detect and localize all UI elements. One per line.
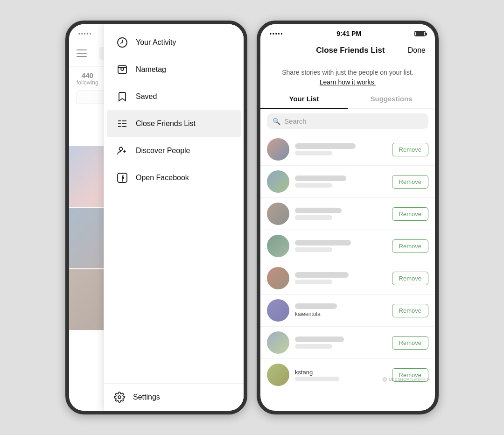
facebook-icon <box>116 172 128 184</box>
menu-item-nametag-label: Nametag <box>136 65 166 74</box>
friend-name-1 <box>295 143 356 149</box>
friend-name-2 <box>295 175 346 181</box>
svg-point-11 <box>119 147 123 151</box>
menu-item-your-activity-label: Your Activity <box>136 38 176 47</box>
friend-name-5 <box>295 272 349 278</box>
friend-avatar-6 <box>267 299 289 322</box>
time-right: 9:41 PM <box>336 30 361 37</box>
friend-avatar-2 <box>267 170 289 193</box>
left-phone: ••••• 9:41 PM 440 following profile <box>65 21 247 414</box>
menu-panel: Your Activity Nametag <box>104 24 244 411</box>
remove-button-2[interactable]: Remove <box>392 175 428 189</box>
friend-handle-4 <box>295 247 332 252</box>
close-friends-subtitle: Share stories with just the people on yo… <box>260 61 435 89</box>
settings-menu-item[interactable]: Settings <box>104 383 244 411</box>
subtitle-text: Share stories with just the people on yo… <box>282 69 413 76</box>
friend-info-3 <box>295 208 386 220</box>
right-phone-content: Close Friends List Done Share stories wi… <box>260 40 435 391</box>
friend-info-8: kstang <box>295 369 386 381</box>
svg-rect-2 <box>118 66 126 73</box>
menu-item-close-friends-label: Close Friends List <box>136 119 196 128</box>
friend-item-3: Remove <box>260 198 435 230</box>
friend-avatar-3 <box>267 203 289 225</box>
menu-item-discover-people[interactable]: Discover People <box>107 137 241 164</box>
remove-button-6[interactable]: Remove <box>392 304 428 317</box>
overlay-menu: Your Activity Nametag <box>69 24 244 411</box>
menu-item-discover-people-label: Discover People <box>136 147 190 155</box>
friend-info-6: kaieentola <box>295 303 386 317</box>
menu-item-nametag[interactable]: Nametag <box>107 56 241 83</box>
friend-handle-5 <box>295 280 332 284</box>
learn-more-link[interactable]: Learn how it works. <box>320 78 376 86</box>
friend-avatar-5 <box>267 267 289 289</box>
status-bar-right: ••••• 9:41 PM <box>260 24 435 40</box>
friend-info-4 <box>295 240 386 252</box>
friend-handle-1 <box>295 151 332 155</box>
friend-info-5 <box>295 272 386 284</box>
menu-item-close-friends[interactable]: Close Friends List <box>107 110 241 137</box>
friend-avatar-7 <box>267 331 289 354</box>
settings-icon <box>113 391 126 403</box>
friend-item-7: Remove <box>260 327 435 359</box>
friends-list: Remove Remove Remove <box>260 133 435 391</box>
svg-point-15 <box>118 396 121 399</box>
friend-avatar-4 <box>267 235 289 257</box>
remove-button-5[interactable]: Remove <box>392 272 428 285</box>
signal-dots-right: ••••• <box>270 31 283 36</box>
tab-suggestions[interactable]: Suggestions <box>348 89 435 108</box>
friend-name-6 <box>295 303 337 309</box>
menu-item-saved[interactable]: Saved <box>107 83 241 110</box>
remove-button-8[interactable]: Remove <box>392 368 428 382</box>
close-friends-icon <box>116 118 128 130</box>
remove-button-7[interactable]: Remove <box>392 336 428 350</box>
menu-item-open-facebook[interactable]: Open Facebook <box>107 164 241 191</box>
friend-avatar-8 <box>267 364 289 386</box>
friend-name-4 <box>295 240 351 246</box>
friend-handle-3 <box>295 215 332 220</box>
friend-info-2 <box>295 175 386 188</box>
friend-handle-8-text: kstang <box>295 369 386 376</box>
search-bar[interactable]: 🔍 Search <box>267 113 428 129</box>
activity-icon <box>116 36 128 49</box>
friend-handle-2 <box>295 183 332 188</box>
friend-item-6: kaieentola Remove <box>260 295 435 327</box>
friend-name-3 <box>295 208 342 213</box>
friend-item-1: Remove <box>260 133 435 166</box>
friend-handle-6-text: kaieentola <box>295 311 386 317</box>
remove-button-3[interactable]: Remove <box>392 207 428 221</box>
right-phone: ••••• 9:41 PM Close Friends List Done Sh… <box>257 21 439 414</box>
friend-avatar-1 <box>267 138 289 161</box>
friend-item-5: Remove <box>260 262 435 295</box>
tab-your-list[interactable]: Your List <box>260 89 348 108</box>
menu-item-saved-label: Saved <box>136 92 157 101</box>
search-placeholder: Search <box>284 117 307 125</box>
friend-item-8: kstang Remove <box>260 359 435 391</box>
discover-people-icon <box>116 145 128 157</box>
tabs-row: Your List Suggestions <box>260 89 435 109</box>
menu-item-open-facebook-label: Open Facebook <box>136 174 189 182</box>
remove-button-1[interactable]: Remove <box>392 143 428 156</box>
search-icon: 🔍 <box>273 118 280 125</box>
friend-name-8 <box>295 377 339 381</box>
settings-label: Settings <box>133 393 160 401</box>
remove-button-4[interactable]: Remove <box>392 239 428 253</box>
done-button[interactable]: Done <box>408 46 426 55</box>
friend-item-4: Remove <box>260 230 435 262</box>
friend-info-1 <box>295 143 386 155</box>
friend-name-7 <box>295 337 344 342</box>
friend-item-2: Remove <box>260 166 435 198</box>
nametag-icon <box>116 63 128 76</box>
battery-icon-right <box>414 31 426 36</box>
friend-handle-7 <box>295 344 332 349</box>
left-phone-content: 440 following profile <box>69 40 244 330</box>
close-friends-title: Close Friends List <box>316 46 385 55</box>
friend-info-7 <box>295 337 386 349</box>
menu-item-your-activity[interactable]: Your Activity <box>107 29 241 56</box>
saved-icon <box>116 91 128 103</box>
close-friends-header: Close Friends List Done <box>260 40 435 61</box>
